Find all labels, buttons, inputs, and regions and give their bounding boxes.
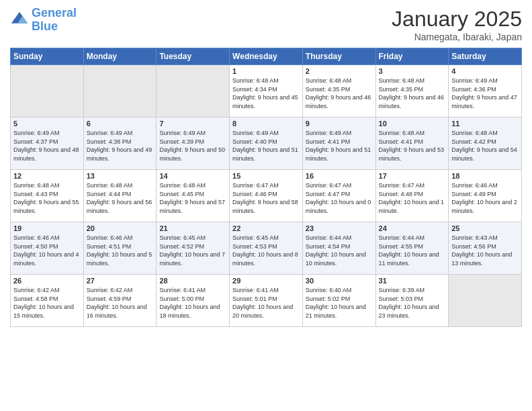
weekday-header-friday: Friday (375, 48, 449, 65)
calendar-cell: 16Sunrise: 6:47 AMSunset: 4:47 PMDayligh… (302, 170, 375, 222)
calendar-cell: 11Sunrise: 6:48 AMSunset: 4:42 PMDayligh… (449, 118, 522, 170)
day-number: 17 (379, 172, 446, 180)
day-number: 14 (159, 172, 226, 180)
day-number: 18 (451, 172, 519, 180)
day-info: Sunrise: 6:48 AMSunset: 4:34 PMDaylight:… (232, 77, 300, 110)
calendar-week-row: 12Sunrise: 6:48 AMSunset: 4:43 PMDayligh… (11, 170, 522, 222)
logo-text: General Blue (32, 7, 77, 34)
header: General Blue January 2025 Namegata, Ibar… (10, 7, 522, 42)
day-info: Sunrise: 6:48 AMSunset: 4:45 PMDaylight:… (159, 181, 226, 215)
day-number: 25 (451, 224, 519, 232)
month-title: January 2025 (392, 7, 522, 32)
day-number: 3 (379, 67, 446, 75)
day-info: Sunrise: 6:42 AMSunset: 4:59 PMDaylight:… (87, 286, 154, 320)
day-number: 1 (232, 67, 300, 75)
calendar-cell (83, 65, 157, 118)
calendar-table: SundayMondayTuesdayWednesdayThursdayFrid… (10, 48, 522, 327)
calendar-cell: 22Sunrise: 6:45 AMSunset: 4:53 PMDayligh… (230, 222, 303, 275)
day-info: Sunrise: 6:46 AMSunset: 4:50 PMDaylight:… (13, 234, 81, 267)
calendar-cell (157, 65, 230, 118)
calendar-header: SundayMondayTuesdayWednesdayThursdayFrid… (11, 48, 522, 65)
weekday-header-tuesday: Tuesday (157, 48, 230, 65)
calendar-cell: 10Sunrise: 6:48 AMSunset: 4:41 PMDayligh… (375, 118, 449, 170)
day-number: 31 (379, 277, 446, 285)
day-number: 29 (232, 277, 300, 285)
day-number: 21 (159, 224, 226, 232)
calendar-cell: 25Sunrise: 6:43 AMSunset: 4:56 PMDayligh… (449, 222, 522, 275)
day-number: 5 (13, 120, 81, 128)
logo-line1: General (32, 6, 77, 19)
day-number: 19 (13, 224, 81, 232)
weekday-header-row: SundayMondayTuesdayWednesdayThursdayFrid… (11, 48, 522, 65)
calendar-cell: 27Sunrise: 6:42 AMSunset: 4:59 PMDayligh… (83, 275, 157, 327)
weekday-header-saturday: Saturday (449, 48, 522, 65)
day-info: Sunrise: 6:48 AMSunset: 4:35 PMDaylight:… (379, 77, 446, 110)
calendar-cell: 30Sunrise: 6:40 AMSunset: 5:02 PMDayligh… (302, 275, 375, 327)
day-info: Sunrise: 6:49 AMSunset: 4:40 PMDaylight:… (232, 129, 300, 163)
calendar-week-row: 5Sunrise: 6:49 AMSunset: 4:37 PMDaylight… (11, 118, 522, 170)
day-number: 24 (379, 224, 446, 232)
day-number: 30 (306, 277, 373, 285)
calendar-cell: 13Sunrise: 6:48 AMSunset: 4:44 PMDayligh… (83, 170, 157, 222)
calendar-cell: 26Sunrise: 6:42 AMSunset: 4:58 PMDayligh… (11, 275, 84, 327)
weekday-header-sunday: Sunday (11, 48, 84, 65)
day-info: Sunrise: 6:39 AMSunset: 5:03 PMDaylight:… (379, 286, 446, 320)
logo-icon (10, 11, 29, 30)
day-number: 4 (451, 67, 519, 75)
calendar-week-row: 19Sunrise: 6:46 AMSunset: 4:50 PMDayligh… (11, 222, 522, 275)
day-info: Sunrise: 6:48 AMSunset: 4:41 PMDaylight:… (379, 129, 446, 163)
calendar-cell: 4Sunrise: 6:49 AMSunset: 4:36 PMDaylight… (449, 65, 522, 118)
calendar-body: 1Sunrise: 6:48 AMSunset: 4:34 PMDaylight… (11, 65, 522, 327)
location-subtitle: Namegata, Ibaraki, Japan (392, 32, 522, 42)
calendar-cell: 29Sunrise: 6:41 AMSunset: 5:01 PMDayligh… (230, 275, 303, 327)
day-number: 7 (159, 120, 226, 128)
calendar-cell: 7Sunrise: 6:49 AMSunset: 4:39 PMDaylight… (157, 118, 230, 170)
day-info: Sunrise: 6:41 AMSunset: 5:00 PMDaylight:… (159, 286, 226, 320)
day-info: Sunrise: 6:45 AMSunset: 4:53 PMDaylight:… (232, 234, 300, 267)
day-number: 11 (451, 120, 519, 128)
day-info: Sunrise: 6:48 AMSunset: 4:42 PMDaylight:… (451, 129, 519, 163)
day-info: Sunrise: 6:49 AMSunset: 4:39 PMDaylight:… (159, 129, 226, 163)
day-info: Sunrise: 6:49 AMSunset: 4:38 PMDaylight:… (87, 129, 154, 163)
day-info: Sunrise: 6:49 AMSunset: 4:37 PMDaylight:… (13, 129, 81, 163)
calendar-cell: 3Sunrise: 6:48 AMSunset: 4:35 PMDaylight… (375, 65, 449, 118)
day-info: Sunrise: 6:41 AMSunset: 5:01 PMDaylight:… (232, 286, 300, 320)
calendar-cell: 14Sunrise: 6:48 AMSunset: 4:45 PMDayligh… (157, 170, 230, 222)
calendar-cell: 20Sunrise: 6:46 AMSunset: 4:51 PMDayligh… (83, 222, 157, 275)
day-number: 12 (13, 172, 81, 180)
day-info: Sunrise: 6:47 AMSunset: 4:46 PMDaylight:… (232, 181, 300, 215)
day-number: 8 (232, 120, 300, 128)
day-number: 9 (306, 120, 373, 128)
day-info: Sunrise: 6:47 AMSunset: 4:47 PMDaylight:… (306, 181, 373, 215)
day-info: Sunrise: 6:42 AMSunset: 4:58 PMDaylight:… (13, 286, 81, 320)
day-info: Sunrise: 6:49 AMSunset: 4:41 PMDaylight:… (306, 129, 373, 163)
day-number: 26 (13, 277, 81, 285)
day-info: Sunrise: 6:48 AMSunset: 4:35 PMDaylight:… (306, 77, 373, 110)
calendar-week-row: 26Sunrise: 6:42 AMSunset: 4:58 PMDayligh… (11, 275, 522, 327)
day-info: Sunrise: 6:47 AMSunset: 4:48 PMDaylight:… (379, 181, 446, 215)
calendar-cell: 9Sunrise: 6:49 AMSunset: 4:41 PMDaylight… (302, 118, 375, 170)
calendar-cell: 5Sunrise: 6:49 AMSunset: 4:37 PMDaylight… (11, 118, 84, 170)
day-number: 10 (379, 120, 446, 128)
day-number: 20 (87, 224, 154, 232)
day-info: Sunrise: 6:44 AMSunset: 4:55 PMDaylight:… (379, 234, 446, 267)
day-number: 13 (87, 172, 154, 180)
weekday-header-monday: Monday (83, 48, 157, 65)
calendar-cell: 31Sunrise: 6:39 AMSunset: 5:03 PMDayligh… (375, 275, 449, 327)
day-number: 27 (87, 277, 154, 285)
weekday-header-wednesday: Wednesday (230, 48, 303, 65)
day-number: 23 (306, 224, 373, 232)
calendar-cell (449, 275, 522, 327)
day-info: Sunrise: 6:49 AMSunset: 4:36 PMDaylight:… (451, 77, 519, 110)
calendar-cell: 21Sunrise: 6:45 AMSunset: 4:52 PMDayligh… (157, 222, 230, 275)
day-number: 28 (159, 277, 226, 285)
calendar-cell: 24Sunrise: 6:44 AMSunset: 4:55 PMDayligh… (375, 222, 449, 275)
calendar-cell: 23Sunrise: 6:44 AMSunset: 4:54 PMDayligh… (302, 222, 375, 275)
day-info: Sunrise: 6:48 AMSunset: 4:44 PMDaylight:… (87, 181, 154, 215)
day-number: 15 (232, 172, 300, 180)
day-number: 22 (232, 224, 300, 232)
calendar-cell: 8Sunrise: 6:49 AMSunset: 4:40 PMDaylight… (230, 118, 303, 170)
day-info: Sunrise: 6:48 AMSunset: 4:43 PMDaylight:… (13, 181, 81, 215)
calendar-cell: 6Sunrise: 6:49 AMSunset: 4:38 PMDaylight… (83, 118, 157, 170)
calendar-cell: 17Sunrise: 6:47 AMSunset: 4:48 PMDayligh… (375, 170, 449, 222)
